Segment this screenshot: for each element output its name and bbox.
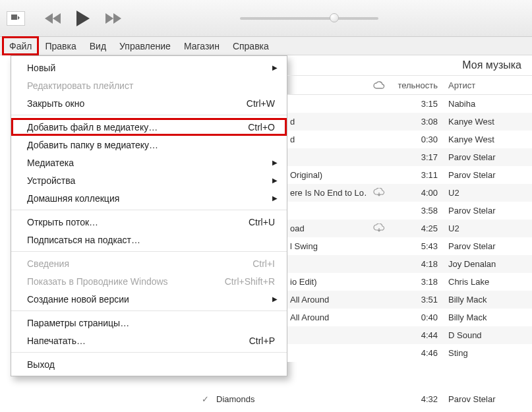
menu-shortcut: Ctrl+W <box>247 98 275 109</box>
menu-item[interactable]: Подписаться на подкаст… <box>11 231 287 249</box>
track-name: io Edit) <box>287 277 367 287</box>
cloud-download-icon[interactable] <box>367 188 392 198</box>
table-row[interactable]: ✓ Diamonds 4:32 Parov Stelar <box>196 390 532 408</box>
table-row[interactable]: l Swing5:43Parov Stelar <box>287 237 532 255</box>
menu-item[interactable]: Медиатека▶ <box>11 154 287 171</box>
menu-item[interactable]: Параметры страницы… <box>11 314 287 332</box>
col-duration[interactable]: тельность <box>392 80 444 90</box>
table-row[interactable]: 4:46Sting <box>287 344 532 362</box>
menu-item-label: Сведения <box>27 258 69 269</box>
track-artist: Parov Stelar <box>444 241 532 251</box>
track-artist: Parov Stelar <box>444 152 532 162</box>
menu-shortcut: Ctrl+Shift+R <box>225 276 275 287</box>
track-artist: U2 <box>444 223 532 233</box>
seek-thumb[interactable] <box>330 13 339 22</box>
chevron-right-icon: ▶ <box>272 64 278 71</box>
seek-bar[interactable] <box>240 17 378 20</box>
chevron-right-icon: ▶ <box>272 159 278 166</box>
table-row[interactable]: io Edit)3:18Chris Lake <box>287 273 532 291</box>
track-artist: Kanye West <box>444 134 532 144</box>
next-button[interactable] <box>104 13 121 24</box>
menu-item-label: Напечатать… <box>27 336 86 346</box>
table-row[interactable]: ere Is No End to Lo…4:00U2 <box>287 184 532 202</box>
menu-item-label: Добавить файл в медиатеку… <box>27 122 158 132</box>
track-duration: 3:51 <box>392 295 444 305</box>
table-row[interactable]: d0:30Kanye West <box>287 131 532 148</box>
table-row[interactable]: d3:08Kanye West <box>287 113 532 131</box>
menu-separator <box>11 115 287 115</box>
track-artist: D Sound <box>444 330 532 340</box>
col-artist[interactable]: Артист <box>444 80 532 90</box>
menu-управление[interactable]: Управление <box>113 37 177 55</box>
table-row[interactable]: 3:17Parov Stelar <box>287 148 532 166</box>
track-name: l Swing <box>287 241 367 251</box>
table-row[interactable]: 4:44D Sound <box>287 326 532 344</box>
menu-item-label: Создание новой версии <box>27 294 129 305</box>
content-title: Моя музыка <box>287 55 532 75</box>
play-button[interactable] <box>75 10 91 27</box>
menu-item[interactable]: Добавить файл в медиатеку…Ctrl+O <box>11 118 287 136</box>
menu-item-label: Выход <box>27 359 55 370</box>
track-name: Diamonds <box>214 394 405 404</box>
menu-item[interactable]: Открыть поток…Ctrl+U <box>11 213 287 231</box>
track-artist: Kanye West <box>444 117 532 127</box>
menu-item: Показать в Проводнике WindowsCtrl+Shift+… <box>11 272 287 290</box>
previous-button[interactable] <box>45 13 62 24</box>
track-duration: 4:44 <box>392 330 444 340</box>
track-name: ere Is No End to Lo… <box>287 188 367 198</box>
chevron-right-icon: ▶ <box>272 194 278 202</box>
table-row[interactable]: oad4:25U2 <box>287 220 532 237</box>
window-menu-button[interactable] <box>7 11 25 26</box>
menu-item: СведенияCtrl+I <box>11 254 287 272</box>
check-icon: ✓ <box>196 394 214 404</box>
track-name: Original) <box>287 170 367 180</box>
menu-вид[interactable]: Вид <box>83 37 113 55</box>
track-duration: 5:43 <box>392 241 444 251</box>
track-duration: 0:30 <box>392 134 444 144</box>
table-row[interactable]: All Around3:51Billy Mack <box>287 291 532 309</box>
menu-item[interactable]: Выход <box>11 355 287 373</box>
svg-rect-0 <box>11 15 17 20</box>
menu-item: Редактировать плейлист <box>11 76 287 94</box>
track-artist: Parov Stelar <box>444 170 532 180</box>
menu-item[interactable]: Создание новой версии▶ <box>11 290 287 308</box>
menu-item-label: Новый <box>27 63 55 73</box>
track-duration: 0:40 <box>392 312 444 322</box>
menu-shortcut: Ctrl+P <box>249 336 275 346</box>
track-duration: 3:15 <box>392 99 444 109</box>
table-row[interactable]: 3:15Nabiha <box>287 95 532 113</box>
menu-item-label: Закрыть окно <box>27 98 84 109</box>
table-row[interactable]: 4:18Joy Denalan <box>287 255 532 273</box>
track-artist: Joy Denalan <box>444 259 532 269</box>
track-artist: Billy Mack <box>444 295 532 305</box>
menu-separator <box>11 310 287 311</box>
chevron-right-icon: ▶ <box>272 295 278 303</box>
track-duration: 3:18 <box>392 277 444 287</box>
menu-shortcut: Ctrl+U <box>249 217 275 227</box>
menu-справка[interactable]: Справка <box>226 37 276 55</box>
table-row[interactable]: 3:58Parov Stelar <box>287 202 532 220</box>
menu-item[interactable]: Напечатать…Ctrl+P <box>11 332 287 349</box>
col-cloud[interactable] <box>367 80 392 90</box>
menu-item[interactable]: Добавить папку в медиатеку… <box>11 136 287 154</box>
table-row[interactable]: Original)3:11Parov Stelar <box>287 166 532 184</box>
menu-item[interactable]: Закрыть окноCtrl+W <box>11 94 287 112</box>
menu-separator <box>11 210 287 210</box>
menu-item-label: Устройства <box>27 175 75 186</box>
cloud-download-icon[interactable] <box>367 223 392 234</box>
menu-правка[interactable]: Правка <box>38 37 82 55</box>
menu-item[interactable]: Новый▶ <box>11 59 287 76</box>
table-row[interactable]: All Around0:40Billy Mack <box>287 309 532 326</box>
menu-item[interactable]: Устройства▶ <box>11 171 287 189</box>
menu-item-label: Параметры страницы… <box>27 318 129 328</box>
menu-item[interactable]: Домашняя коллекция▶ <box>11 189 287 207</box>
file-menu-dropdown: Новый▶Редактировать плейлистЗакрыть окно… <box>11 55 287 376</box>
track-name: d <box>287 134 367 144</box>
menu-магазин[interactable]: Магазин <box>177 37 226 55</box>
menu-item-label: Открыть поток… <box>27 217 98 227</box>
track-artist: Billy Mack <box>444 312 532 322</box>
track-duration: 3:08 <box>392 117 444 127</box>
menu-item-label: Подписаться на подкаст… <box>27 235 140 245</box>
menu-файл[interactable]: Файл <box>3 37 38 55</box>
track-name: All Around <box>287 295 367 305</box>
